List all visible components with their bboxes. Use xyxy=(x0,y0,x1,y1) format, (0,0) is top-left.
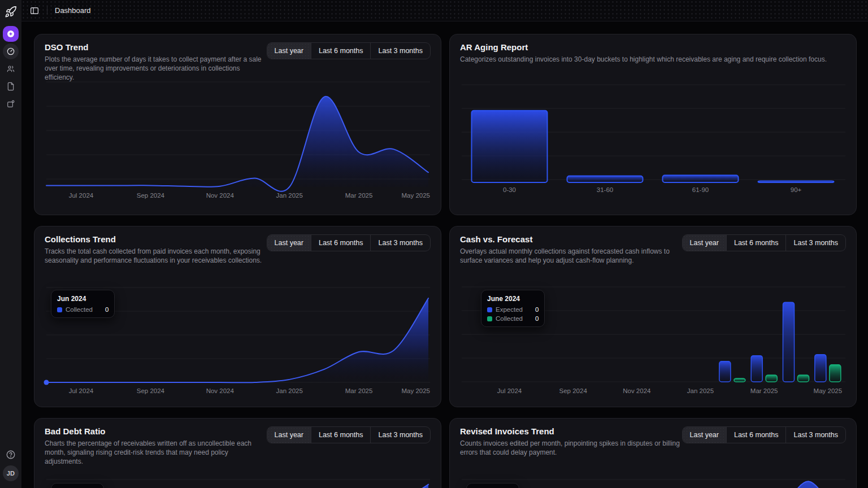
range-last-6-months-button[interactable]: Last 6 months xyxy=(311,43,371,59)
series-swatch xyxy=(57,307,62,312)
rocket-icon xyxy=(5,6,17,18)
tooltip-row: Collected 0 xyxy=(487,315,539,322)
tooltip-value: 0 xyxy=(526,315,539,322)
series-swatch xyxy=(487,316,492,321)
svg-text:Mar 2025: Mar 2025 xyxy=(750,387,778,394)
tooltip-label: Expected xyxy=(496,306,523,313)
card-description: Charts the percentage of receivables wri… xyxy=(45,439,267,466)
users-icon xyxy=(6,64,15,73)
dashboard-page: JD Dashboard Jul 2024Sep 2024Nov 2024Jan… xyxy=(0,0,868,488)
card-title: Collections Trend xyxy=(45,234,267,244)
chart-tooltip: Jun 2024 xyxy=(466,483,519,488)
svg-text:0-30: 0-30 xyxy=(503,186,516,193)
range-last-6-months-button[interactable]: Last 6 months xyxy=(311,427,371,443)
card-description: Counts invoices edited per month, pinpoi… xyxy=(460,439,680,457)
svg-text:Mar 2025: Mar 2025 xyxy=(345,387,373,394)
avatar[interactable]: JD xyxy=(3,465,19,481)
sidebar-nav xyxy=(3,26,19,112)
chart-tooltip: Jun 2024 xyxy=(51,483,104,488)
range-last-3-months-button[interactable]: Last 3 months xyxy=(371,427,430,443)
svg-text:90+: 90+ xyxy=(791,186,802,193)
card-description: Tracks the total cash collected from pai… xyxy=(45,247,267,265)
card-ar-aging: 0-3031-6061-9090+ AR Aging Report Catego… xyxy=(449,34,857,215)
svg-text:May 2025: May 2025 xyxy=(401,192,430,199)
card-revised-invoices: Jul 2024Sep 2024Nov 2024Jan 2025Mar 2025… xyxy=(449,418,857,488)
gauge-icon xyxy=(6,47,15,56)
svg-text:Jan 2025: Jan 2025 xyxy=(276,387,303,394)
range-last-3-months-button[interactable]: Last 3 months xyxy=(371,235,430,251)
svg-text:61-90: 61-90 xyxy=(692,186,709,193)
svg-text:Nov 2024: Nov 2024 xyxy=(206,387,235,394)
time-range-group: Last year Last 6 months Last 3 months xyxy=(267,234,431,251)
share-icon xyxy=(6,99,15,108)
sidebar-item-invoices[interactable] xyxy=(3,79,19,94)
svg-text:Mar 2025: Mar 2025 xyxy=(345,192,373,199)
svg-text:Nov 2024: Nov 2024 xyxy=(206,192,235,199)
top-bar: Dashboard xyxy=(21,0,868,21)
tooltip-row: Expected 0 xyxy=(487,306,539,313)
sidebar-item-create[interactable] xyxy=(3,26,19,42)
time-range-group: Last year Last 6 months Last 3 months xyxy=(682,234,846,251)
tooltip-title: June 2024 xyxy=(487,295,539,303)
tooltip-label: Collected xyxy=(66,306,93,313)
svg-text:Jul 2024: Jul 2024 xyxy=(497,387,522,394)
range-last-3-months-button[interactable]: Last 3 months xyxy=(371,43,430,59)
chart-tooltip: Jun 2024 Collected 0 xyxy=(51,290,115,318)
svg-text:May 2025: May 2025 xyxy=(814,387,843,394)
range-last-year-button[interactable]: Last year xyxy=(267,427,311,443)
range-last-year-button[interactable]: Last year xyxy=(683,427,727,443)
svg-text:Jul 2024: Jul 2024 xyxy=(69,387,94,394)
svg-text:Sep 2024: Sep 2024 xyxy=(559,387,588,394)
card-bad-debt-ratio: Jul 2024Sep 2024Nov 2024Jan 2025Mar 2025… xyxy=(34,418,441,488)
svg-text:Jan 2025: Jan 2025 xyxy=(687,387,714,394)
card-collections-trend: Jul 2024Sep 2024Nov 2024Jan 2025Mar 2025… xyxy=(34,226,441,407)
chart-tooltip: June 2024 Expected 0 Collected 0 xyxy=(481,290,545,327)
card-description: Overlays actual monthly collections agai… xyxy=(460,247,680,265)
card-title: Revised Invoices Trend xyxy=(460,426,680,436)
card-description: Categorizes outstanding invoices into 30… xyxy=(460,55,827,64)
tooltip-row: Collected 0 xyxy=(57,306,108,313)
help-icon[interactable] xyxy=(6,450,16,460)
card-title: Bad Debt Ratio xyxy=(45,426,267,436)
sidebar-toggle-icon[interactable] xyxy=(29,6,40,16)
sidebar-bottom: JD xyxy=(3,450,19,481)
header-divider xyxy=(47,6,47,15)
svg-text:Jan 2025: Jan 2025 xyxy=(276,192,303,199)
svg-text:31-60: 31-60 xyxy=(597,186,613,193)
range-last-year-button[interactable]: Last year xyxy=(683,235,727,251)
card-title: DSO Trend xyxy=(45,42,267,52)
range-last-3-months-button[interactable]: Last 3 months xyxy=(786,427,845,443)
svg-text:Nov 2024: Nov 2024 xyxy=(623,387,651,394)
svg-text:Sep 2024: Sep 2024 xyxy=(137,192,165,199)
sparkle-icon xyxy=(6,29,15,38)
svg-text:May 2025: May 2025 xyxy=(401,387,430,394)
svg-text:Sep 2024: Sep 2024 xyxy=(137,387,165,394)
range-last-3-months-button[interactable]: Last 3 months xyxy=(786,235,845,251)
time-range-group: Last year Last 6 months Last 3 months xyxy=(682,426,846,443)
tooltip-title: Jun 2024 xyxy=(57,295,108,303)
time-range-group: Last year Last 6 months Last 3 months xyxy=(267,426,431,443)
card-title: AR Aging Report xyxy=(460,42,827,52)
time-range-group: Last year Last 6 months Last 3 months xyxy=(267,42,431,59)
range-last-year-button[interactable]: Last year xyxy=(267,235,311,251)
sidebar-item-exports[interactable] xyxy=(3,96,19,112)
sidebar-item-customers[interactable] xyxy=(3,61,19,77)
svg-text:Jul 2024: Jul 2024 xyxy=(69,192,94,199)
card-dso-trend: Jul 2024Sep 2024Nov 2024Jan 2025Mar 2025… xyxy=(34,34,441,215)
tooltip-value: 0 xyxy=(526,306,539,313)
tooltip-label: Collected xyxy=(496,315,523,322)
card-cash-vs-forecast: Jul 2024Sep 2024Nov 2024Jan 2025Mar 2025… xyxy=(449,226,857,407)
dashboard-grid: Jul 2024Sep 2024Nov 2024Jan 2025Mar 2025… xyxy=(21,21,868,488)
range-last-year-button[interactable]: Last year xyxy=(267,43,311,59)
card-description: Plots the average number of days it take… xyxy=(45,55,267,82)
sidebar: JD xyxy=(0,0,21,488)
range-last-6-months-button[interactable]: Last 6 months xyxy=(311,235,371,251)
range-last-6-months-button[interactable]: Last 6 months xyxy=(727,427,787,443)
sidebar-item-dashboard[interactable] xyxy=(3,43,19,59)
series-swatch xyxy=(487,307,492,312)
breadcrumb: Dashboard xyxy=(55,6,91,15)
tooltip-value: 0 xyxy=(96,306,108,313)
card-title: Cash vs. Forecast xyxy=(460,234,680,244)
file-icon xyxy=(6,82,15,91)
range-last-6-months-button[interactable]: Last 6 months xyxy=(727,235,787,251)
